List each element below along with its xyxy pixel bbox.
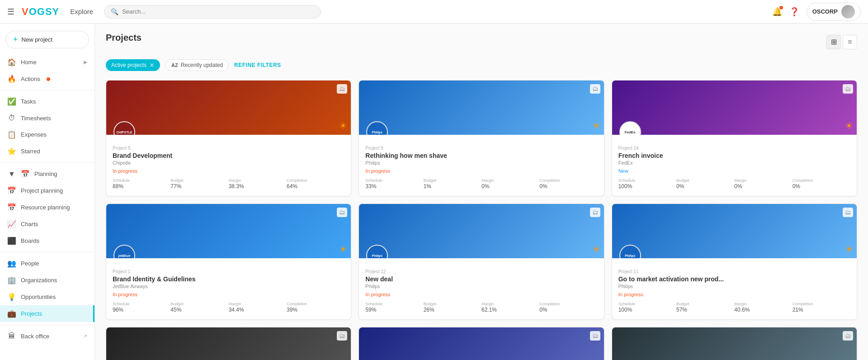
stat-label: Margin — [481, 302, 539, 306]
new-project-button[interactable]: + New project — [5, 31, 89, 48]
project-title: Brand Identity & Guidelines — [113, 275, 344, 283]
card-logo: FedEx — [619, 121, 641, 135]
sidebar: + New project 🏠 Home ▶ 🔥 Actions ✅ Tasks… — [0, 24, 95, 360]
archive-icon[interactable]: 🗂 — [590, 84, 600, 94]
stat-value: 100% — [618, 183, 676, 189]
sidebar-item-timesheets[interactable]: ⏱ Timesheets — [0, 110, 94, 126]
org-badge[interactable]: OSCORP — [807, 3, 861, 21]
sidebar-item-planning[interactable]: ▼ 📅 Planning — [0, 166, 94, 182]
project-stats: Schedule 100% Budget 57% Margin 40.6% Co… — [618, 302, 850, 313]
starred-icon: ⭐ — [7, 147, 16, 156]
stat-completion: Completion 64% — [287, 178, 344, 189]
project-card[interactable]: jetBlue 🗂 ☀ Project 1 Brand Identity & G… — [106, 204, 351, 320]
sun-icon: ☀ — [339, 244, 347, 254]
archive-icon[interactable]: 🗂 — [337, 84, 347, 94]
stat-label: Margin — [481, 178, 539, 183]
project-status: In progress — [618, 292, 850, 297]
sidebar-item-projects[interactable]: 💼 Projects — [0, 305, 94, 322]
project-stats: Schedule 100% Budget 0% Margin 0% Comple… — [618, 178, 850, 189]
archive-icon[interactable]: 🗂 — [337, 331, 347, 341]
stat-value: 38.3% — [229, 183, 287, 189]
project-card[interactable]: ⚪ Peloton 🗂 ☀ Project 6 Competitive Land… — [612, 327, 857, 360]
archive-icon[interactable]: 🗂 — [590, 208, 600, 217]
stat-value: 88% — [113, 183, 170, 189]
card-body: Project 9 Rethinking how men shave Phili… — [359, 135, 604, 196]
project-card[interactable]: Philips 🗂 ☀ Project 9 Rethinking how men… — [359, 80, 604, 196]
card-logo: Philips — [366, 121, 388, 135]
sidebar-item-charts[interactable]: 📈 Charts — [0, 216, 94, 232]
sidebar-item-tasks[interactable]: ✅ Tasks — [0, 93, 94, 110]
stat-label: Schedule — [113, 302, 170, 306]
search-input[interactable] — [122, 8, 314, 15]
card-body: Project 14 French invoice FedEx New Sche… — [612, 135, 857, 196]
stat-budget: Budget 45% — [170, 302, 228, 313]
recently-updated-button[interactable]: AZ Recently updated — [165, 59, 229, 71]
sidebar-item-people[interactable]: 👥 People — [0, 255, 94, 272]
card-image: ⚪ Peloton 🗂 ☀ — [106, 327, 351, 360]
sidebar-item-opportunities[interactable]: 💡 Opportunities — [0, 289, 94, 305]
chip-label: Active projects — [111, 62, 146, 68]
stat-schedule: Schedule 100% — [618, 178, 676, 189]
explore-label: Explore — [70, 8, 93, 15]
archive-icon[interactable]: 🗂 — [843, 208, 853, 217]
project-card[interactable]: Philips 🗂 ☀ Project 11 Go to market acti… — [612, 204, 857, 320]
project-card[interactable]: Philips 🗂 ☀ Project 12 New deal Philips … — [359, 204, 604, 320]
charts-icon: 📈 — [7, 220, 16, 228]
project-stats: Schedule 33% Budget 1% Margin 0% Complet… — [365, 178, 597, 189]
avatar — [841, 5, 855, 19]
sidebar-item-expenses[interactable]: 📋 Expenses — [0, 126, 94, 143]
card-body: Project 11 Go to market activation new p… — [612, 258, 857, 319]
notification-icon[interactable]: 🔔 — [772, 7, 782, 17]
card-image: Philips 🗂 ☀ — [359, 81, 604, 135]
list-view-button[interactable]: ≡ — [843, 35, 857, 49]
stat-value: 64% — [287, 183, 344, 189]
project-card[interactable]: ⚪ Peloton 🗂 ☀ Project 3 New Product Laun… — [106, 327, 351, 360]
stat-label: Completion — [287, 178, 344, 183]
sidebar-divider — [0, 90, 94, 90]
expand-icon: ▶ — [84, 59, 87, 65]
help-icon[interactable]: ❓ — [789, 7, 799, 17]
archive-icon[interactable]: 🗂 — [843, 84, 853, 94]
stat-label: Margin — [229, 302, 287, 306]
sun-icon: ☀ — [592, 121, 600, 131]
project-client: FedEx — [618, 160, 850, 166]
project-number: Project 9 — [365, 146, 597, 151]
sidebar-divider — [0, 325, 94, 325]
grid-view-button[interactable]: ⊞ — [826, 35, 841, 49]
status-sun: ☀ — [592, 244, 600, 255]
sidebar-item-project-planning[interactable]: 📅 Project planning — [0, 182, 94, 199]
projects-grid: CHIPOTLE 🗂 ☀ Project 5 Brand Development… — [106, 80, 857, 360]
recently-updated-label: Recently updated — [181, 62, 223, 68]
stat-budget: Budget 57% — [676, 302, 734, 313]
sidebar-item-back-office[interactable]: 🏛 Back office ↗ — [0, 328, 94, 344]
archive-icon[interactable]: 🗂 — [843, 331, 853, 341]
sidebar-item-home[interactable]: 🏠 Home ▶ — [0, 54, 94, 71]
sidebar-item-boards[interactable]: ⬛ Boards — [0, 232, 94, 249]
active-projects-chip[interactable]: Active projects ✕ — [106, 59, 160, 71]
sun-icon: ☀ — [845, 244, 853, 254]
expenses-icon: 📋 — [7, 130, 16, 139]
app-logo[interactable]: VOGSY — [22, 6, 59, 18]
project-card[interactable]: TRADER JOE'S 🗂 ☀ Project 4 Media Retaine… — [359, 327, 604, 360]
stat-value: 62.1% — [481, 307, 539, 313]
sidebar-item-resource-planning[interactable]: 📅 Resource planning — [0, 199, 94, 216]
sidebar-item-organizations[interactable]: 🏢 Organizations — [0, 272, 94, 289]
sun-icon: ☀ — [592, 244, 600, 254]
card-image: TRADER JOE'S 🗂 ☀ — [359, 327, 604, 360]
sidebar-item-actions[interactable]: 🔥 Actions — [0, 71, 94, 87]
stat-label: Budget — [170, 302, 228, 306]
archive-icon[interactable]: 🗂 — [590, 331, 600, 341]
chip-close-icon[interactable]: ✕ — [149, 62, 155, 69]
sidebar-item-starred[interactable]: ⭐ Starred — [0, 143, 94, 160]
project-card[interactable]: CHIPOTLE 🗂 ☀ Project 5 Brand Development… — [106, 80, 351, 196]
project-card[interactable]: FedEx 🗂 ☀ Project 14 French invoice FedE… — [612, 80, 857, 196]
refine-filters-button[interactable]: REFINE FILTERS — [234, 62, 281, 68]
stat-margin: Margin 0% — [734, 178, 792, 189]
status-sun: ☀ — [845, 120, 853, 131]
search-bar[interactable]: 🔍 — [104, 5, 321, 19]
project-title: Rethinking how men shave — [365, 152, 597, 160]
card-logo: Philips — [619, 245, 641, 258]
stat-label: Margin — [734, 178, 792, 183]
hamburger-icon[interactable]: ☰ — [7, 7, 14, 17]
archive-icon[interactable]: 🗂 — [337, 208, 347, 217]
